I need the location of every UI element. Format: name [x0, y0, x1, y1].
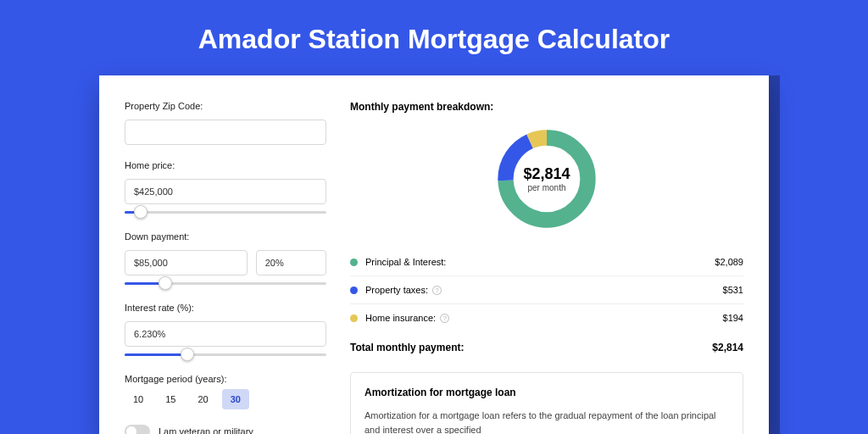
swatch-icon	[350, 259, 358, 266]
period-field: Mortgage period (years): 10152030	[125, 374, 326, 409]
down-amount-input[interactable]	[125, 250, 248, 275]
inputs-column: Property Zip Code: Home price: Down paym…	[125, 101, 326, 434]
period-btn-20[interactable]: 20	[190, 389, 217, 409]
rate-field: Interest rate (%):	[125, 303, 326, 347]
price-slider-thumb[interactable]	[134, 205, 147, 219]
info-icon[interactable]: ?	[440, 314, 449, 323]
price-input[interactable]	[125, 179, 326, 204]
veteran-toggle[interactable]	[125, 425, 150, 434]
legend-name: Home insurance:	[365, 313, 436, 323]
legend-value: $2,089	[715, 257, 743, 267]
swatch-icon	[350, 287, 358, 294]
donut-chart: $2,814 per month	[492, 125, 601, 233]
info-icon[interactable]: ?	[432, 286, 442, 295]
legend-name: Principal & Interest:	[365, 257, 446, 267]
price-slider[interactable]	[125, 206, 326, 220]
total-label: Total monthly payment:	[350, 342, 464, 353]
period-btn-10[interactable]: 10	[125, 389, 152, 409]
legend-value: $531	[723, 285, 743, 295]
legend-row-1: Property taxes:?$531	[350, 276, 743, 304]
total-row: Total monthly payment: $2,814	[350, 331, 743, 367]
legend-name: Property taxes:	[365, 285, 428, 295]
rate-input[interactable]	[125, 321, 326, 347]
legend: Principal & Interest:$2,089Property taxe…	[350, 248, 743, 331]
rate-slider-thumb[interactable]	[181, 348, 194, 361]
zip-label: Property Zip Code:	[125, 101, 326, 111]
breakdown-column: Monthly payment breakdown: $2,814 per mo…	[350, 101, 743, 434]
calculator-card: Property Zip Code: Home price: Down paym…	[99, 75, 769, 434]
zip-field: Property Zip Code:	[125, 101, 326, 145]
price-label: Home price:	[125, 160, 326, 170]
period-btn-30[interactable]: 30	[222, 389, 249, 409]
veteran-row: I am veteran or military	[125, 425, 326, 434]
down-slider[interactable]	[125, 277, 326, 291]
total-value: $2,814	[712, 342, 743, 353]
amort-text: Amortization for a mortgage loan refers …	[364, 409, 729, 434]
price-field: Home price:	[125, 160, 326, 204]
amortization-box: Amortization for mortgage loan Amortizat…	[350, 372, 743, 434]
donut-wrap: $2,814 per month	[350, 125, 743, 233]
down-field: Down payment:	[125, 231, 326, 275]
down-percent-input[interactable]	[256, 250, 326, 275]
breakdown-title: Monthly payment breakdown:	[350, 101, 743, 113]
rate-slider[interactable]	[125, 348, 326, 362]
down-slider-thumb[interactable]	[159, 276, 172, 290]
legend-row-2: Home insurance:?$194	[350, 304, 743, 331]
donut-amount: $2,814	[523, 165, 570, 183]
rate-label: Interest rate (%):	[125, 303, 326, 313]
legend-value: $194	[723, 313, 743, 323]
legend-row-0: Principal & Interest:$2,089	[350, 248, 743, 276]
veteran-label: I am veteran or military	[159, 426, 253, 434]
rate-slider-fill	[125, 353, 187, 356]
period-options: 10152030	[125, 389, 326, 409]
down-label: Down payment:	[125, 231, 326, 242]
zip-input[interactable]	[125, 120, 326, 145]
donut-sub: per month	[527, 183, 565, 192]
swatch-icon	[350, 314, 358, 322]
page-title: Amador Station Mortgage Calculator	[0, 0, 868, 75]
period-btn-15[interactable]: 15	[157, 389, 184, 409]
amort-title: Amortization for mortgage loan	[364, 387, 729, 398]
period-label: Mortgage period (years):	[125, 374, 326, 384]
